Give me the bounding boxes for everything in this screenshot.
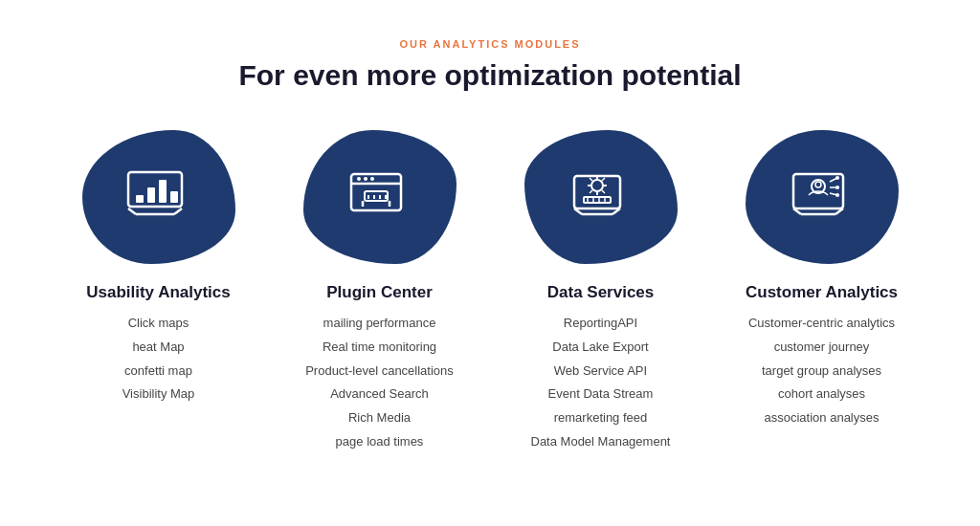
svg-line-1: [128, 208, 136, 214]
list-item: mailing performance: [305, 314, 454, 334]
svg-rect-7: [170, 191, 178, 203]
list-item: confetti map: [122, 362, 195, 382]
svg-point-49: [835, 193, 839, 197]
list-item: heat Map: [122, 338, 195, 358]
blob-icon-customer: [746, 130, 899, 264]
svg-point-12: [370, 177, 374, 181]
modules-grid: Usability Analytics Click maps heat Map …: [57, 130, 923, 452]
page-wrapper: OUR ANALYTICS MODULES For even more opti…: [0, 0, 980, 526]
svg-line-31: [590, 190, 592, 193]
list-item: Real time monitoring: [305, 338, 454, 358]
blob-icon-data: [524, 130, 678, 264]
svg-point-24: [591, 180, 603, 191]
module-items-customer: Customer-centric analytics customer jour…: [748, 314, 895, 428]
list-item: remarketing feed: [531, 408, 671, 428]
list-item: Product-level cancellations: [305, 362, 454, 382]
list-item: target group analyses: [748, 362, 895, 382]
list-item: Data Lake Export: [531, 338, 671, 358]
module-items-usability: Click maps heat Map confetti map Visibil…: [122, 314, 195, 405]
data-icon: [563, 159, 639, 235]
list-item: Customer-centric analytics: [748, 314, 895, 334]
list-item: customer journey: [748, 338, 895, 358]
list-item: Visibility Map: [122, 384, 195, 405]
module-title-plugin: Plugin Center: [326, 283, 433, 302]
module-title-usability: Usability Analytics: [86, 283, 231, 302]
svg-line-30: [602, 178, 605, 181]
usability-icon: [121, 159, 197, 235]
list-item: association analyses: [748, 408, 895, 428]
list-item: Web Service API: [531, 362, 671, 382]
section-label: OUR ANALYTICS MODULES: [399, 38, 580, 50]
plugin-icon: [342, 159, 418, 235]
module-title-customer: Customer Analytics: [746, 283, 898, 302]
module-plugin-center: Plugin Center mailing performance Real t…: [278, 130, 480, 452]
blob-icon-plugin: [303, 130, 457, 264]
module-data-services: Data Services ReportingAPI Data Lake Exp…: [500, 130, 702, 452]
module-usability-analytics: Usability Analytics Click maps heat Map …: [57, 130, 259, 452]
svg-point-48: [835, 186, 839, 189]
svg-line-29: [590, 178, 592, 181]
module-title-data: Data Services: [547, 283, 655, 302]
list-item: Event Data Stream: [531, 384, 671, 405]
list-item: cohort analyses: [748, 384, 895, 405]
module-items-plugin: mailing performance Real time monitoring…: [305, 314, 454, 452]
svg-point-11: [364, 177, 368, 181]
svg-point-10: [357, 177, 361, 181]
list-item: page load times: [305, 432, 454, 452]
list-item: Advanced Search: [305, 384, 454, 405]
blob-icon-usability: [82, 130, 235, 264]
list-item: Rich Media: [305, 408, 454, 428]
svg-rect-6: [159, 180, 167, 203]
svg-line-2: [174, 208, 182, 214]
module-items-data: ReportingAPI Data Lake Export Web Servic…: [531, 314, 671, 452]
module-customer-analytics: Customer Analytics Customer-centric anal…: [721, 130, 923, 452]
list-item: ReportingAPI: [531, 314, 671, 334]
list-item: Data Model Management: [531, 432, 671, 452]
section-title: For even more optimization potential: [238, 59, 741, 92]
customer-icon: [784, 159, 860, 235]
svg-rect-5: [147, 187, 155, 203]
svg-rect-4: [136, 195, 144, 203]
svg-line-32: [602, 190, 605, 193]
svg-point-47: [835, 176, 839, 180]
svg-point-43: [815, 182, 821, 187]
list-item: Click maps: [122, 314, 195, 334]
